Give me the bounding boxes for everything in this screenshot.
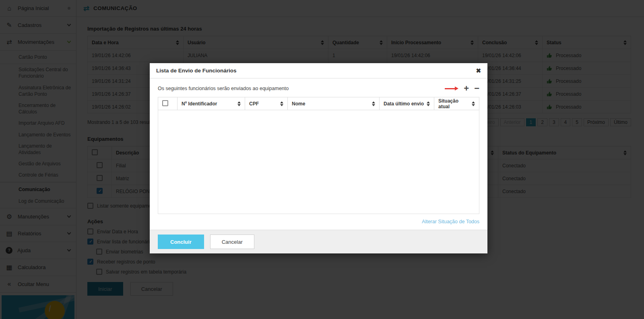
column-header-cpf: CPF [245,97,288,110]
sort-icon[interactable] [472,101,475,106]
modal-title: Lista de Envio de Funcionários [156,68,237,74]
modal-link-row: Alterar Situação de Todos [158,218,479,225]
employee-table-empty-body [158,110,479,214]
column-header-situacao-atual: Situação atual [434,97,479,110]
sort-icon[interactable] [280,101,283,106]
sort-icon[interactable] [427,101,430,106]
add-remove-controls: + − [445,84,479,93]
employee-send-list-modal: Lista de Envio de Funcionários ✖ Os segu… [150,63,487,253]
change-all-status-link[interactable]: Alterar Situação de Todos [422,219,479,224]
red-arrow-annotation [445,86,458,91]
employee-table: Nº Identificador CPF Nome Data último en… [158,97,479,110]
modal-subtitle: Os seguintes funcionários serão enviados… [158,86,289,91]
add-employee-button[interactable]: + [464,84,469,93]
modal-subrow: Os seguintes funcionários serão enviados… [158,84,479,93]
modal-footer: Concluir Cancelar [150,230,487,253]
close-icon[interactable]: ✖ [476,68,481,74]
modal-cancel-button[interactable]: Cancelar [210,235,254,249]
modal-header: Lista de Envio de Funcionários ✖ [150,63,487,78]
modal-body: Os seguintes funcionários serão enviados… [150,78,487,230]
column-header-data-ultimo-envio: Data último envio [380,97,434,110]
remove-employee-button[interactable]: − [474,84,479,93]
column-header-identificador: Nº Identificador [178,97,245,110]
select-all-header [158,97,178,110]
confirm-button[interactable]: Concluir [158,235,204,249]
sort-icon[interactable] [237,101,241,106]
select-all-checkbox[interactable] [162,100,168,106]
column-header-nome: Nome [288,97,380,110]
employee-table-header-row: Nº Identificador CPF Nome Data último en… [158,97,479,110]
sort-icon[interactable] [372,101,375,106]
